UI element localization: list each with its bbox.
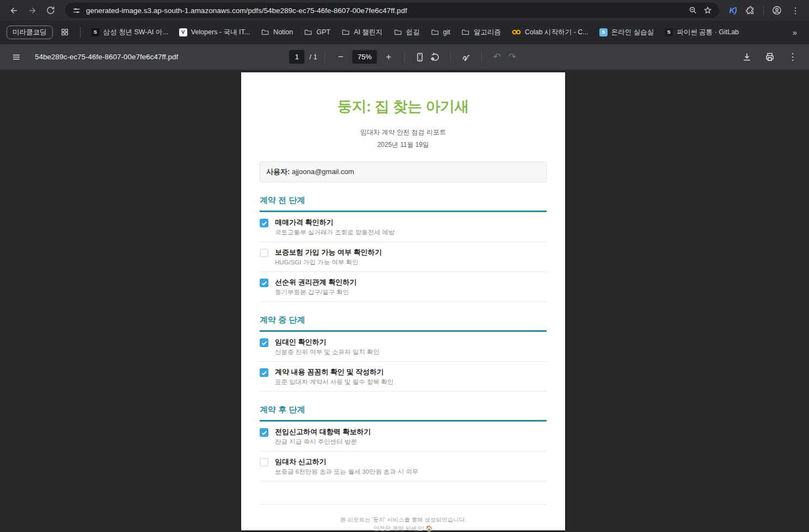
bookmark-label: 쉽길 bbox=[406, 28, 420, 37]
checklist-item: 매매가격 확인하기 국토교통부 실거래가 조회로 깡통전세 예방 bbox=[260, 212, 547, 242]
bookmarks-overflow-button[interactable]: » bbox=[787, 28, 802, 37]
tab-group-chip[interactable]: 미라클코딩 bbox=[7, 26, 53, 39]
item-title: 임대차 신고하기 bbox=[275, 457, 418, 466]
bookmark-item[interactable]: 쉽길 bbox=[389, 26, 424, 39]
print-icon bbox=[764, 52, 775, 63]
checkbox-unchecked bbox=[260, 458, 268, 467]
checkbox-checked bbox=[260, 368, 268, 377]
pdf-viewer[interactable]: 둥지: 집 찾는 아기새 임대차 계약 안전 점검 리포트 2025년 11월 … bbox=[0, 70, 809, 532]
reload-button[interactable] bbox=[42, 2, 59, 18]
redo-button[interactable]: ↷ bbox=[505, 50, 520, 65]
undo-button[interactable]: ↶ bbox=[489, 50, 505, 65]
hamburger-icon bbox=[11, 52, 21, 62]
folder-icon bbox=[304, 28, 312, 36]
browser-menu-button[interactable]: ⋮ bbox=[787, 2, 804, 18]
zoom-in-button[interactable]: + bbox=[381, 50, 396, 65]
pdf-filename: 54be289c-ec75-46fe-8607-00e7fe6c47ff.pdf bbox=[35, 53, 178, 61]
fit-page-button[interactable] bbox=[412, 50, 427, 65]
report-title: 둥지: 집 찾는 아기새 bbox=[260, 97, 547, 116]
bookmark-star-icon[interactable] bbox=[703, 5, 713, 15]
bookmark-label: git bbox=[443, 28, 450, 36]
checklist-item: 계약 내용 꼼꼼히 확인 및 작성하기 표준 임대차 계약서 사용 및 필수 항… bbox=[260, 362, 547, 392]
bookmark-label: 온라인 실습실 bbox=[611, 28, 654, 37]
user-label: 사용자: bbox=[266, 168, 290, 176]
url-bar[interactable]: generated-image.s3.ap-south-1.amazonaws.… bbox=[65, 3, 719, 18]
puzzle-icon bbox=[745, 5, 756, 16]
toolbar-divider bbox=[450, 52, 451, 63]
bookmark-item[interactable]: git bbox=[426, 26, 455, 39]
checklist-section: 계약 중 단계 임대인 확인하기 신분증 진위 여부 및 소유자 일치 확인 계… bbox=[260, 315, 547, 392]
apps-grid-icon[interactable] bbox=[60, 28, 69, 36]
section-heading: 계약 후 단계 bbox=[260, 405, 547, 422]
bookmark-item[interactable]: VVelopers - 국내 IT... bbox=[175, 26, 254, 39]
favicon-badge: V bbox=[179, 28, 187, 36]
item-title: 선순위 권리관계 확인하기 bbox=[275, 278, 357, 286]
item-title: 전입신고하여 대항력 확보하기 bbox=[275, 428, 371, 436]
pdf-more-button[interactable]: ⋮ bbox=[785, 50, 800, 65]
site-controls-icon[interactable] bbox=[72, 6, 81, 15]
section-heading: 계약 전 단계 bbox=[260, 195, 547, 212]
item-description: 표준 임대차 계약서 사용 및 필수 항목 확인 bbox=[275, 379, 394, 386]
rotate-button[interactable] bbox=[427, 50, 443, 65]
checklist-item: 선순위 권리관계 확인하기 등기부등본 갑구/을구 확인 bbox=[260, 272, 547, 302]
favicon-badge: S bbox=[665, 28, 673, 36]
download-button[interactable] bbox=[739, 50, 755, 65]
bookmark-item[interactable]: S삼성 청년 SW-AI 아... bbox=[87, 26, 173, 39]
bookmark-label: Notion bbox=[273, 28, 293, 36]
item-title: 매매가격 확인하기 bbox=[275, 218, 395, 226]
item-title: 보증보험 가입 가능 여부 확인하기 bbox=[275, 248, 382, 256]
checkbox-checked bbox=[260, 219, 268, 227]
pen-squiggle-icon bbox=[461, 52, 471, 63]
colab-icon bbox=[512, 29, 521, 35]
item-description: 보증금 6천만원 초과 또는 월세 30만원 초과 시 의무 bbox=[275, 468, 418, 475]
pdf-menu-button[interactable] bbox=[9, 50, 24, 65]
annotate-button[interactable] bbox=[458, 50, 474, 65]
zoom-indicator-icon[interactable] bbox=[688, 5, 698, 15]
pdf-page: 둥지: 집 찾는 아기새 임대차 계약 안전 점검 리포트 2025년 11월 … bbox=[241, 72, 565, 530]
user-email: ajjoona@gmail.com bbox=[290, 168, 354, 176]
pdf-toolbar: 54be289c-ec75-46fe-8607-00e7fe6c47ff.pdf… bbox=[0, 44, 809, 70]
item-description: 잔금 지급 즉시 주민센터 방문 bbox=[275, 438, 371, 446]
item-description: 등기부등본 갑구/을구 확인 bbox=[275, 289, 357, 296]
folder-icon bbox=[394, 28, 402, 36]
zoom-level[interactable]: 75% bbox=[353, 50, 377, 64]
extensions-button[interactable] bbox=[742, 2, 758, 18]
checkbox-checked bbox=[260, 279, 268, 287]
bookmark-label: 알고리즘 bbox=[474, 28, 501, 37]
extension-icon[interactable]: K) bbox=[726, 6, 740, 15]
back-button[interactable] bbox=[5, 2, 22, 18]
bookmark-item[interactable]: 알고리즘 bbox=[457, 26, 505, 39]
fit-page-icon bbox=[414, 52, 425, 63]
folder-icon bbox=[461, 28, 470, 36]
report-subtitle: 임대차 계약 안전 점검 리포트 bbox=[260, 128, 547, 137]
url-text[interactable]: generated-image.s3.ap-south-1.amazonaws.… bbox=[86, 7, 683, 15]
bookmark-item[interactable]: Colab 시작하기 - C... bbox=[507, 26, 593, 39]
page-number-input[interactable] bbox=[289, 50, 304, 64]
folder-icon bbox=[341, 28, 350, 36]
toolbar-divider bbox=[481, 52, 482, 63]
bookmark-label: Velopers - 국내 IT... bbox=[191, 28, 250, 37]
folder-icon bbox=[261, 28, 269, 36]
page-total-label: / 1 bbox=[309, 53, 317, 61]
print-button[interactable] bbox=[762, 50, 777, 65]
bookmark-label: Colab 시작하기 - C... bbox=[525, 28, 589, 37]
checkbox-unchecked bbox=[260, 249, 268, 257]
forward-button[interactable] bbox=[24, 2, 40, 18]
zoom-out-button[interactable]: − bbox=[333, 50, 348, 65]
bookmark-item[interactable]: AI 챌린지 bbox=[337, 26, 387, 39]
favicon-badge: S bbox=[599, 28, 608, 36]
footer-line1: 본 리포트는 '둥지' 서비스를 통해 생성되었습니다. bbox=[260, 515, 547, 524]
bookmark-label: 파이썬 공통 · GitLab bbox=[677, 28, 739, 37]
checklist-item: 임대차 신고하기 보증금 6천만원 초과 또는 월세 30만원 초과 시 의무 bbox=[260, 451, 547, 481]
profile-icon bbox=[771, 5, 782, 16]
browser-toolbar: generated-image.s3.ap-south-1.amazonaws.… bbox=[0, 0, 809, 21]
checkbox-checked bbox=[260, 338, 268, 347]
bookmarks-divider bbox=[80, 27, 81, 37]
bookmark-item[interactable]: GPT bbox=[299, 26, 335, 39]
bookmark-item[interactable]: S온라인 실습실 bbox=[595, 26, 658, 39]
checkbox-checked bbox=[260, 428, 268, 437]
bookmark-item[interactable]: S파이썬 공통 · GitLab bbox=[660, 26, 743, 39]
profile-button[interactable] bbox=[769, 2, 785, 18]
bookmark-item[interactable]: Notion bbox=[256, 26, 297, 39]
forward-icon bbox=[27, 5, 38, 16]
